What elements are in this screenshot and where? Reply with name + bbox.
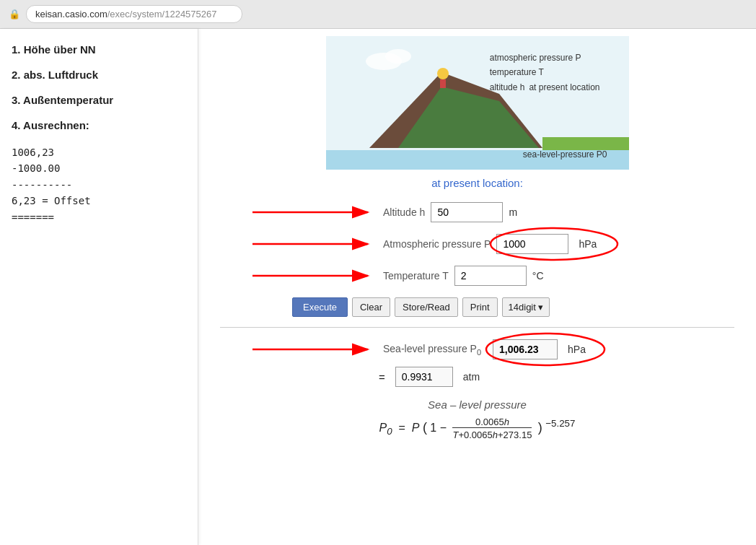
legend-line2: temperature T: [490, 65, 600, 79]
illustration: atmospheric pressure P temperature T alt…: [220, 36, 734, 170]
url-prefix: keisan.casio.com: [35, 9, 107, 19]
legend-line3: altitude h: [490, 80, 525, 95]
result-row: Sea-level pressure P0 hPa: [249, 339, 734, 359]
temperature-label: Temperature T: [383, 270, 449, 282]
equals-sign: =: [379, 371, 385, 383]
result-line1: 1006,23: [12, 144, 186, 160]
temperature-input[interactable]: [454, 266, 527, 286]
page-container: 1. Höhe über NN 2. abs. Luftdruck 3. Auß…: [0, 29, 756, 545]
digit-label: 14digit: [509, 302, 536, 313]
altitude-unit: m: [509, 206, 517, 218]
result-divider: ----------: [12, 177, 186, 193]
altitude-row: Altitude h m: [249, 202, 734, 222]
result-line2: -1000.00: [12, 160, 186, 176]
result-equals: =======: [12, 209, 186, 225]
formula-section: Sea – level pressure P0 = P ( 1 − 0.0065…: [220, 398, 734, 440]
legend-line1: atmospheric pressure P: [490, 51, 600, 65]
sidebar-item-luftdruck: 2. abs. Luftdruck: [12, 69, 186, 81]
temperature-unit: °C: [532, 270, 544, 282]
svg-rect-6: [542, 137, 629, 150]
illustration-legend: atmospheric pressure P temperature T alt…: [490, 51, 600, 95]
url-bar[interactable]: keisan.casio.com/exec/system/1224575267: [26, 5, 242, 23]
svg-rect-5: [440, 79, 446, 88]
form-section: Altitude h m Atmospheric pressure P: [249, 202, 734, 317]
store-read-button[interactable]: Store/Read: [395, 297, 458, 317]
svg-point-4: [437, 68, 449, 79]
sidebar: 1. Höhe über NN 2. abs. Luftdruck 3. Auß…: [0, 29, 198, 545]
section-divider: [220, 327, 734, 328]
formula-display: P0 = P ( 1 − 0.0065h T+0.0065h+273.15 ) …: [234, 417, 720, 440]
result-arrow: [249, 341, 379, 358]
svg-point-8: [385, 49, 411, 64]
browser-chrome: 🔒 keisan.casio.com/exec/system/122457526…: [0, 0, 756, 29]
sea-level-label: sea-level-pressure P0: [523, 149, 607, 160]
result-pressure-unit: hPa: [568, 344, 586, 355]
legend-location: at present location: [529, 80, 599, 95]
altitude-label: Altitude h: [383, 206, 425, 218]
atm-pressure-input[interactable]: [496, 234, 568, 254]
sidebar-result: 1006,23 -1000.00 ---------- 6,23 = Offse…: [12, 144, 186, 225]
temperature-arrow: [249, 267, 379, 284]
result-sub-row: = atm: [379, 367, 734, 387]
sidebar-item-temperatur: 3. Außentemperatur: [12, 94, 186, 106]
url-suffix: /exec/system/1224575267: [107, 9, 217, 19]
main-content: atmospheric pressure P temperature T alt…: [198, 29, 756, 545]
atm-pressure-label: Atmospheric pressure P: [383, 238, 491, 250]
sidebar-item-hoehe: 1. Höhe über NN: [12, 43, 186, 56]
clear-button[interactable]: Clear: [352, 297, 390, 317]
lock-icon: 🔒: [9, 9, 20, 19]
formula-title: Sea – level pressure: [234, 398, 720, 411]
atm-pressure-unit: hPa: [579, 238, 597, 250]
atm-pressure-arrow: [249, 235, 379, 253]
digit-button[interactable]: 14digit ▾: [502, 297, 550, 317]
altitude-arrow: [249, 204, 379, 221]
result-atm-input[interactable]: [395, 367, 453, 387]
altitude-input[interactable]: [431, 202, 503, 222]
chevron-down-icon: ▾: [538, 302, 543, 313]
atm-pressure-row: Atmospheric pressure P hPa: [249, 234, 734, 254]
result-line3: 6,23 = Offset: [12, 193, 186, 209]
result-atm-unit: atm: [463, 371, 480, 383]
print-button[interactable]: Print: [462, 297, 498, 317]
location-heading: at present location:: [220, 177, 734, 189]
execute-button[interactable]: Execute: [292, 297, 348, 317]
sidebar-item-ausrechnen: 4. Ausrechnen:: [12, 119, 186, 131]
buttons-row: Execute Clear Store/Read Print 14digit ▾: [292, 297, 734, 317]
temperature-row: Temperature T °C: [249, 266, 734, 286]
result-pressure-input[interactable]: [493, 339, 558, 359]
result-label: Sea-level pressure P0: [383, 343, 481, 357]
